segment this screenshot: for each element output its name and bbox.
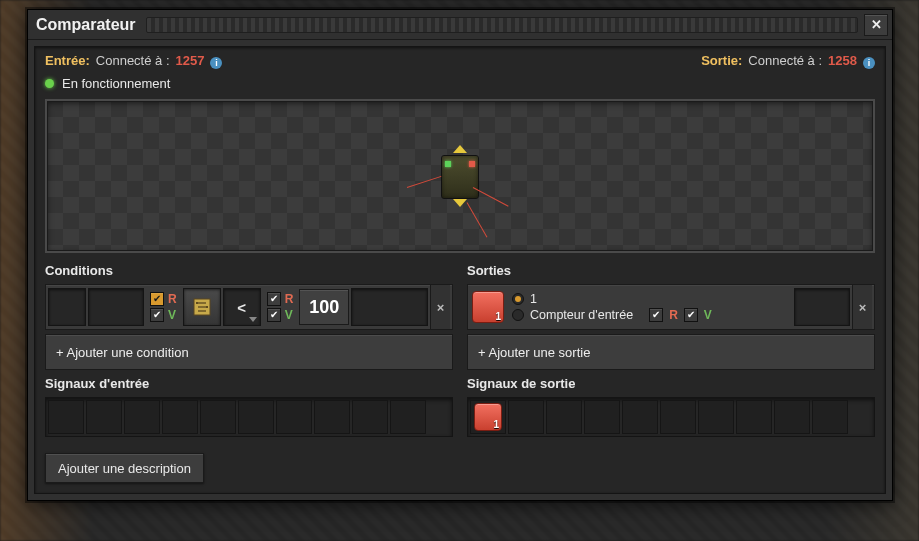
circuit-signal-icon [190, 295, 214, 319]
titlebar[interactable]: Comparateur ✕ [28, 10, 892, 40]
output-mode-inputcount-radio[interactable] [512, 309, 524, 321]
signal-slot[interactable] [200, 400, 236, 434]
info-icon[interactable]: i [863, 57, 875, 69]
signal-slot[interactable] [622, 400, 658, 434]
info-icon[interactable]: i [210, 57, 222, 69]
svg-point-2 [206, 306, 208, 308]
red-science-pack-icon [474, 403, 502, 431]
operator-select[interactable]: < [223, 288, 261, 326]
red-wire-label: R [168, 292, 177, 306]
output-label: Sortie: [701, 53, 742, 68]
status-row: En fonctionnement [35, 70, 885, 95]
add-condition-label: + Ajouter une condition [56, 345, 189, 360]
constant-input[interactable]: 100 [299, 289, 349, 325]
output-network: Sortie: Connecté à : 1258 i [701, 53, 875, 68]
signal-slot[interactable] [238, 400, 274, 434]
input-connected-to-label: Connecté à : [96, 53, 170, 68]
output-signal-slot[interactable] [472, 291, 504, 323]
signal-slot[interactable] [508, 400, 544, 434]
green-wire-label: V [285, 308, 293, 322]
right-red-wire-checkbox[interactable]: ✔ [267, 292, 281, 306]
input-signals-title: Signaux d'entrée [45, 374, 453, 393]
signal-slot[interactable] [276, 400, 312, 434]
green-wire-label: V [168, 308, 176, 322]
drag-handle[interactable] [146, 17, 858, 33]
signal-slot[interactable] [162, 400, 198, 434]
left-wire-filters: ✔ R ✔ V [146, 292, 181, 322]
signal-slot[interactable] [812, 400, 848, 434]
condition-extra-slot[interactable] [88, 288, 144, 326]
right-wire-filters: ✔ R ✔ V [263, 292, 298, 322]
output-signals-title: Signaux de sortie [467, 374, 875, 393]
entity-preview [45, 99, 875, 253]
left-red-wire-checkbox[interactable]: ✔ [150, 292, 164, 306]
decider-combinator-window: Comparateur ✕ Entrée: Connecté à : 1257 … [27, 9, 893, 501]
signal-slot[interactable] [86, 400, 122, 434]
output-mode-value-radio[interactable] [512, 293, 524, 305]
signal-slot[interactable] [390, 400, 426, 434]
signal-slot[interactable] [660, 400, 696, 434]
left-signal-slot[interactable] [183, 288, 221, 326]
add-condition-button[interactable]: + Ajouter une condition [45, 334, 453, 370]
arrow-down-icon [453, 199, 467, 207]
output-green-wire-checkbox[interactable]: ✔ [684, 308, 698, 322]
output-mode-inputcount-label: Compteur d'entrée [530, 308, 633, 322]
output-network-id: 1258 [828, 53, 857, 68]
input-signals-box [45, 397, 453, 437]
window-title: Comparateur [36, 16, 136, 34]
conditions-column: Conditions ✔ R ✔ V [45, 261, 453, 437]
signal-slot[interactable] [584, 400, 620, 434]
left-green-wire-checkbox[interactable]: ✔ [150, 308, 164, 322]
signal-slot[interactable] [698, 400, 734, 434]
outputs-title: Sorties [467, 261, 875, 280]
output-connected-to-label: Connecté à : [748, 53, 822, 68]
status-text: En fonctionnement [62, 76, 170, 91]
input-network-id: 1257 [176, 53, 205, 68]
condition-row: ✔ R ✔ V [45, 284, 453, 330]
signal-slot[interactable] [352, 400, 388, 434]
input-label: Entrée: [45, 53, 90, 68]
remove-condition-button[interactable]: × [430, 285, 450, 329]
decider-combinator-icon [437, 147, 483, 205]
add-output-button[interactable]: + Ajouter une sortie [467, 334, 875, 370]
constant-value: 100 [309, 297, 339, 318]
signal-slot[interactable] [736, 400, 772, 434]
output-mode-group: 1 Compteur d'entrée ✔ R ✔ V [508, 292, 716, 322]
output-mode-value-label: 1 [530, 292, 537, 306]
output-extra-slot[interactable] [794, 288, 850, 326]
signal-slot[interactable] [774, 400, 810, 434]
add-output-label: + Ajouter une sortie [478, 345, 590, 360]
conditions-title: Conditions [45, 261, 453, 280]
close-icon: ✕ [871, 17, 882, 32]
signal-slot[interactable] [546, 400, 582, 434]
bottom-bar: Ajouter une description [35, 443, 885, 493]
arrow-up-icon [453, 145, 467, 153]
outputs-column: Sorties 1 Compteur d'entrée [467, 261, 875, 437]
output-row: 1 Compteur d'entrée ✔ R ✔ V [467, 284, 875, 330]
output-red-wire-checkbox[interactable]: ✔ [649, 308, 663, 322]
io-row: Entrée: Connecté à : 1257 i Sortie: Conn… [35, 47, 885, 70]
input-network: Entrée: Connecté à : 1257 i [45, 53, 222, 68]
operator-value: < [237, 299, 246, 316]
output-signals-box [467, 397, 875, 437]
status-indicator-icon [45, 79, 54, 88]
content-panel: Entrée: Connecté à : 1257 i Sortie: Conn… [34, 46, 886, 494]
add-description-label: Ajouter une description [58, 461, 191, 476]
signal-slot[interactable] [124, 400, 160, 434]
signal-slot[interactable] [48, 400, 84, 434]
red-wire-label: R [285, 292, 294, 306]
green-wire-label: V [704, 308, 712, 322]
remove-output-button[interactable]: × [852, 285, 872, 329]
svg-point-1 [196, 302, 198, 304]
close-button[interactable]: ✕ [864, 14, 888, 36]
red-wire-label: R [669, 308, 678, 322]
add-description-button[interactable]: Ajouter une description [45, 453, 204, 483]
condition-connector-slot[interactable] [48, 288, 86, 326]
condition-trailing-slot[interactable] [351, 288, 428, 326]
signal-slot[interactable] [470, 400, 506, 434]
right-green-wire-checkbox[interactable]: ✔ [267, 308, 281, 322]
signal-slot[interactable] [314, 400, 350, 434]
